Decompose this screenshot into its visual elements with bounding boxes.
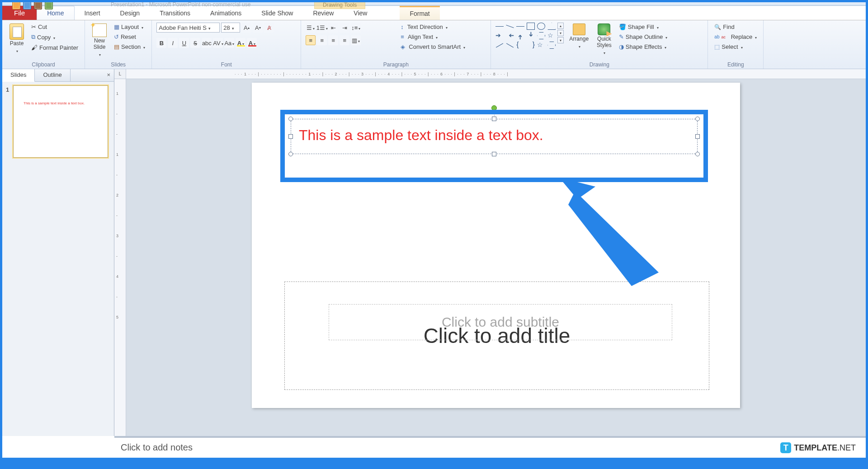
- align-center-button[interactable]: ≡: [317, 35, 327, 45]
- replace-button[interactable]: ac Replace: [712, 33, 759, 41]
- dropdown-icon: [357, 37, 360, 44]
- tab-format[interactable]: Format: [400, 6, 439, 20]
- qat-icon[interactable]: [12, 2, 20, 9]
- shape-brace-icon[interactable]: [527, 42, 535, 49]
- italic-button[interactable]: I: [168, 38, 178, 48]
- shape-hex-icon[interactable]: [537, 32, 545, 39]
- slides-tab[interactable]: Slides: [2, 69, 35, 82]
- convert-smartart-button[interactable]: Convert to SmartArt: [399, 42, 467, 51]
- shape-fill-button[interactable]: Shape Fill: [617, 23, 669, 31]
- columns-button[interactable]: ▥: [351, 35, 361, 45]
- canvas[interactable]: This is a sample text inside a text box.…: [126, 79, 866, 436]
- shape-arrow-icon[interactable]: [506, 32, 514, 39]
- shapes-gallery[interactable]: [495, 23, 557, 50]
- copy-button[interactable]: Copy: [29, 33, 80, 42]
- shape-rect-icon[interactable]: [527, 23, 535, 30]
- resize-handle-bl[interactable]: [288, 152, 293, 156]
- strikethrough-button[interactable]: S̶: [190, 38, 200, 48]
- resize-handle-br[interactable]: [695, 152, 700, 156]
- ruler-corner[interactable]: L: [114, 69, 126, 79]
- shape-ellipse-icon[interactable]: [537, 23, 545, 30]
- resize-handle-b[interactable]: [492, 152, 496, 156]
- font-color-button[interactable]: A: [247, 38, 257, 48]
- align-justify-button[interactable]: ≡: [340, 35, 349, 45]
- bullets-button[interactable]: ☰: [306, 23, 316, 33]
- tab-slideshow[interactable]: Slide Show: [251, 6, 303, 20]
- shape-line-arrow-icon[interactable]: [516, 26, 524, 27]
- outline-tab[interactable]: Outline: [35, 69, 70, 81]
- resize-handle-l[interactable]: [288, 134, 293, 139]
- subtitle-placeholder[interactable]: Click to add subtitle: [329, 304, 672, 340]
- decrease-indent-button[interactable]: ⇤: [328, 23, 338, 33]
- shape-effects-button[interactable]: Shape Effects: [617, 42, 669, 51]
- highlight-button[interactable]: A: [236, 38, 245, 48]
- shape-brace-icon[interactable]: [516, 42, 524, 49]
- format-painter-button[interactable]: Format Painter: [29, 43, 80, 52]
- dropdown-icon: [462, 43, 465, 50]
- resize-handle-tr[interactable]: [695, 117, 700, 121]
- resize-handle-tl[interactable]: [288, 117, 293, 121]
- shape-star-icon[interactable]: [547, 32, 556, 39]
- new-slide-button[interactable]: New Slide: [90, 23, 109, 58]
- increase-indent-button[interactable]: ⇥: [340, 23, 349, 33]
- tab-design[interactable]: Design: [110, 6, 150, 20]
- close-pane-button[interactable]: ×: [103, 69, 114, 81]
- find-button[interactable]: Find: [712, 23, 759, 31]
- align-left-button[interactable]: ≡: [306, 35, 316, 45]
- tab-transitions[interactable]: Transitions: [150, 6, 200, 20]
- qat-icon[interactable]: [45, 2, 53, 9]
- line-spacing-button[interactable]: ↕≡: [351, 23, 361, 33]
- change-case-button[interactable]: Aa: [224, 38, 234, 48]
- underline-button[interactable]: U: [179, 38, 189, 48]
- align-right-button[interactable]: ≡: [328, 35, 338, 45]
- shrink-font-button[interactable]: A▾: [253, 23, 263, 33]
- bold-button[interactable]: B: [156, 38, 166, 48]
- shape-line-icon[interactable]: [506, 25, 514, 28]
- shape-connector-icon[interactable]: [506, 43, 514, 48]
- shape-line-icon[interactable]: [495, 26, 504, 27]
- section-button[interactable]: Section: [112, 42, 147, 51]
- shape-arrow-icon[interactable]: [527, 32, 534, 40]
- shadow-button[interactable]: abc: [202, 38, 212, 48]
- slide[interactable]: This is a sample text inside a text box.…: [252, 83, 740, 408]
- font-size-combo[interactable]: 28: [221, 23, 240, 33]
- shape-star-icon[interactable]: [537, 42, 545, 49]
- ruler-horizontal[interactable]: · · · 1 · · · | · · · · · · · | · · · · …: [126, 69, 866, 79]
- rotation-handle[interactable]: [491, 105, 497, 111]
- arrange-icon: [573, 23, 585, 35]
- shape-arrow-icon[interactable]: [517, 32, 524, 40]
- grow-font-button[interactable]: A▴: [241, 23, 251, 33]
- slide-thumbnail[interactable]: This is a sample text inside a text box.: [13, 85, 108, 158]
- shape-effects-icon: [619, 43, 624, 50]
- clear-formatting-button[interactable]: A̷: [264, 23, 274, 33]
- tab-insert[interactable]: Insert: [75, 6, 110, 20]
- shape-callout-icon[interactable]: [547, 42, 556, 49]
- replace-icon: [714, 34, 719, 39]
- text-direction-button[interactable]: Text Direction: [399, 23, 467, 31]
- resize-handle-t[interactable]: [492, 117, 496, 121]
- select-button[interactable]: Select: [712, 42, 759, 51]
- shape-triangle-icon[interactable]: [547, 23, 556, 30]
- cut-button[interactable]: Cut: [29, 23, 80, 31]
- reset-button[interactable]: Reset: [112, 33, 147, 41]
- numbering-button[interactable]: 1☰: [317, 23, 327, 33]
- textbox-content[interactable]: This is a sample text inside a text box.: [299, 127, 543, 144]
- shape-connector-icon[interactable]: [496, 43, 503, 48]
- ruler-vertical[interactable]: 1 - - 1 - 2 - 3 - 4 - 5: [114, 79, 126, 436]
- shape-outline-button[interactable]: Shape Outline: [617, 33, 669, 41]
- resize-handle-r[interactable]: [695, 134, 700, 139]
- qat-icon[interactable]: [23, 2, 31, 9]
- paste-button[interactable]: Paste: [7, 23, 27, 55]
- notes-pane[interactable]: Click to add notes: [114, 436, 866, 458]
- align-text-button[interactable]: Align Text: [399, 33, 467, 41]
- char-spacing-button[interactable]: AV: [213, 38, 223, 48]
- quick-styles-button[interactable]: Quick Styles: [594, 23, 614, 56]
- font-name-combo[interactable]: Adobe Fan Heiti S: [156, 23, 220, 33]
- textbox-selected[interactable]: This is a sample text inside a text box.: [291, 119, 698, 154]
- layout-button[interactable]: Layout: [112, 23, 147, 31]
- tab-animations[interactable]: Animations: [200, 6, 251, 20]
- qat-icon[interactable]: [34, 2, 42, 9]
- gallery-scroll[interactable]: ▴▾▾: [557, 23, 564, 50]
- shape-arrow-icon[interactable]: [495, 32, 504, 39]
- arrange-button[interactable]: Arrange: [566, 23, 591, 51]
